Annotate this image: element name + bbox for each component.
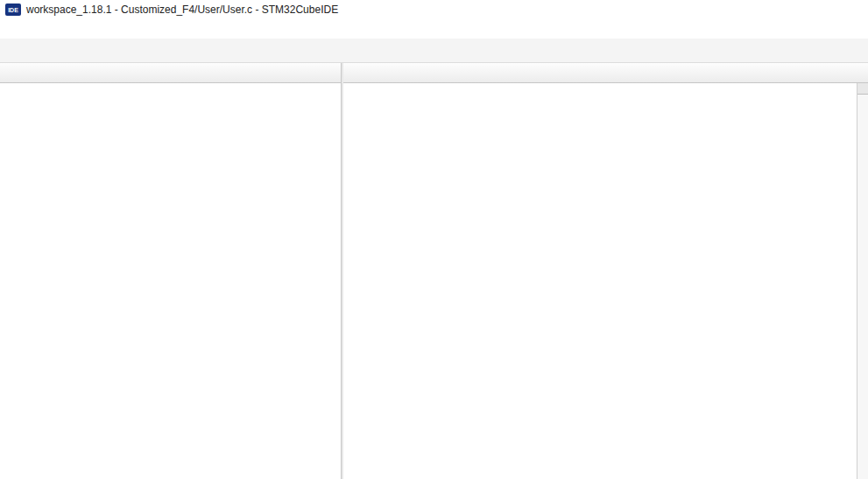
editor-tab-bar bbox=[343, 63, 868, 83]
ide-window: IDE workspace_1.18.1 - Customized_F4/Use… bbox=[0, 0, 868, 479]
main-toolbar bbox=[0, 39, 868, 63]
app-logo-icon: IDE bbox=[5, 4, 21, 16]
editor-area bbox=[343, 63, 868, 479]
menu-bar bbox=[0, 19, 868, 39]
debug-view-tab-bar bbox=[0, 63, 341, 83]
overview-ruler-header[interactable] bbox=[857, 83, 868, 95]
title-bar: IDE workspace_1.18.1 - Customized_F4/Use… bbox=[0, 0, 868, 19]
code-editor[interactable] bbox=[343, 83, 857, 479]
editor-body bbox=[343, 83, 868, 479]
window-title: workspace_1.18.1 - Customized_F4/User/Us… bbox=[26, 4, 338, 16]
debug-view bbox=[0, 63, 342, 479]
overview-ruler[interactable] bbox=[857, 83, 868, 479]
debug-tree bbox=[0, 83, 341, 479]
workbench bbox=[0, 63, 868, 479]
